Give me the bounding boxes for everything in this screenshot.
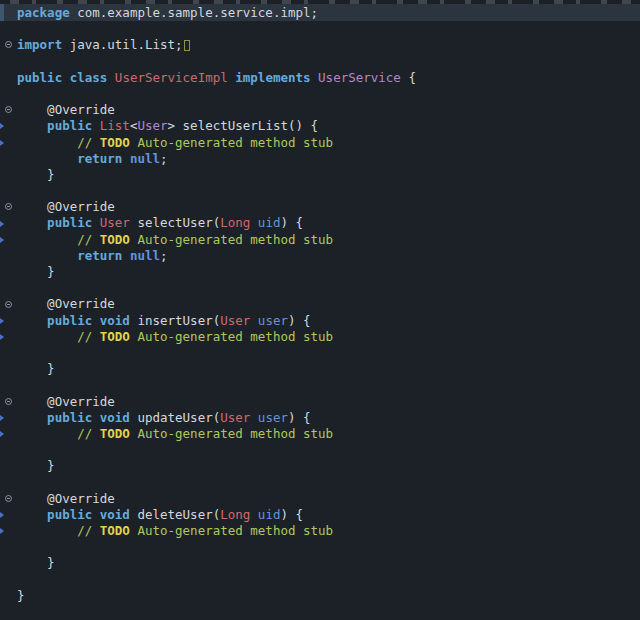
code-line[interactable]: } xyxy=(0,458,640,474)
code-token[interactable]: TODO xyxy=(100,232,130,247)
code-line[interactable] xyxy=(0,572,640,588)
code-token[interactable]: public xyxy=(47,313,92,328)
code-token[interactable] xyxy=(250,410,258,425)
code-token[interactable] xyxy=(62,70,70,85)
code-token[interactable]: Auto-generated method stub xyxy=(130,329,333,344)
code-token[interactable]: Long xyxy=(220,215,250,230)
code-line[interactable] xyxy=(0,345,640,361)
code-editor[interactable]: package com.example.sample.service.impl;… xyxy=(0,0,640,620)
code-token[interactable]: UserService xyxy=(318,70,401,85)
code-token[interactable]: } xyxy=(17,555,55,570)
code-token[interactable] xyxy=(92,118,100,133)
code-token[interactable]: User xyxy=(137,118,167,133)
code-token[interactable]: TODO xyxy=(100,426,130,441)
code-token[interactable]: implements xyxy=(235,70,310,85)
code-line[interactable]: @Override xyxy=(0,199,640,215)
code-line[interactable]: @Override xyxy=(0,394,640,410)
code-line[interactable] xyxy=(0,21,640,37)
code-line[interactable]: } xyxy=(0,555,640,571)
code-token[interactable] xyxy=(92,313,100,328)
code-line[interactable]: } xyxy=(0,588,640,604)
code-token[interactable]: public xyxy=(47,118,92,133)
code-token[interactable] xyxy=(122,248,130,263)
code-token[interactable]: package xyxy=(17,5,70,20)
code-line[interactable] xyxy=(0,474,640,490)
code-token[interactable] xyxy=(17,118,47,133)
code-token[interactable]: TODO xyxy=(100,135,130,150)
code-line[interactable]: public List<User> selectUserList() { xyxy=(0,118,640,134)
code-token[interactable]: User xyxy=(220,313,250,328)
code-token[interactable]: null xyxy=(130,248,160,263)
code-token[interactable]: Auto-generated method stub xyxy=(130,523,333,538)
code-token[interactable]: public xyxy=(47,410,92,425)
code-line[interactable]: public void insertUser(User user) { xyxy=(0,313,640,329)
code-token[interactable]: // xyxy=(17,329,100,344)
code-token[interactable]: } xyxy=(17,361,55,376)
code-token[interactable]: uid xyxy=(258,507,281,522)
code-line[interactable]: package com.example.sample.service.impl; xyxy=(0,5,640,21)
code-token[interactable] xyxy=(311,70,319,85)
code-token[interactable] xyxy=(17,102,47,117)
code-token[interactable]: uid xyxy=(258,215,281,230)
code-token[interactable]: User xyxy=(220,410,250,425)
code-token[interactable]: void xyxy=(100,410,130,425)
code-token[interactable]: UserServiceImpl xyxy=(115,70,228,85)
code-token[interactable]: // xyxy=(17,232,100,247)
code-token[interactable]: void xyxy=(100,313,130,328)
code-line[interactable] xyxy=(0,539,640,555)
code-line[interactable] xyxy=(0,377,640,393)
code-token[interactable]: void xyxy=(100,507,130,522)
code-line[interactable]: } xyxy=(0,264,640,280)
code-token[interactable] xyxy=(17,248,77,263)
code-line[interactable]: // TODO Auto-generated method stub xyxy=(0,135,640,151)
code-token[interactable] xyxy=(92,410,100,425)
fold-collapse-icon[interactable] xyxy=(5,495,12,502)
code-token[interactable]: @Override xyxy=(47,491,115,506)
code-token[interactable]: public xyxy=(17,70,62,85)
code-token[interactable]: null xyxy=(130,151,160,166)
code-token[interactable] xyxy=(17,296,47,311)
code-token[interactable]: } xyxy=(17,458,55,473)
code-line[interactable] xyxy=(0,86,640,102)
code-line[interactable]: public class UserServiceImpl implements … xyxy=(0,70,640,86)
code-token[interactable]: return xyxy=(77,248,122,263)
code-token[interactable]: List xyxy=(100,118,130,133)
code-token[interactable]: } xyxy=(17,167,55,182)
code-line[interactable] xyxy=(0,442,640,458)
code-token[interactable]: Auto-generated method stub xyxy=(130,426,333,441)
code-token[interactable]: class xyxy=(70,70,108,85)
code-token[interactable]: Long xyxy=(220,507,250,522)
code-token[interactable]: Auto-generated method stub xyxy=(130,135,333,150)
code-token[interactable]: TODO xyxy=(100,329,130,344)
code-token[interactable] xyxy=(17,410,47,425)
code-line[interactable]: public User selectUser(Long uid) { xyxy=(0,215,640,231)
code-token[interactable] xyxy=(17,199,47,214)
code-token[interactable]: ; xyxy=(160,248,168,263)
code-token[interactable]: selectUser( xyxy=(130,215,220,230)
code-token[interactable]: User xyxy=(100,215,130,230)
code-token[interactable] xyxy=(17,215,47,230)
code-token[interactable]: user xyxy=(258,410,288,425)
code-line[interactable]: public void updateUser(User user) { xyxy=(0,410,640,426)
code-token[interactable]: @Override xyxy=(47,296,115,311)
code-token[interactable]: user xyxy=(258,313,288,328)
fold-collapse-icon[interactable] xyxy=(5,301,12,308)
code-line[interactable]: // TODO Auto-generated method stub xyxy=(0,523,640,539)
code-line[interactable]: import java.util.List; xyxy=(0,37,640,53)
code-token[interactable] xyxy=(17,313,47,328)
code-token[interactable]: } xyxy=(17,264,55,279)
code-token[interactable]: updateUser( xyxy=(130,410,220,425)
code-token[interactable]: { xyxy=(401,70,416,85)
code-token[interactable]: com.example.sample.service.impl; xyxy=(70,5,318,20)
code-line[interactable]: @Override xyxy=(0,296,640,312)
code-token[interactable]: ) { xyxy=(280,507,303,522)
code-token[interactable]: > selectUserList() { xyxy=(168,118,319,133)
code-line[interactable]: // TODO Auto-generated method stub xyxy=(0,329,640,345)
code-token[interactable]: // xyxy=(17,523,100,538)
code-line[interactable]: @Override xyxy=(0,102,640,118)
code-token[interactable] xyxy=(92,507,100,522)
code-token[interactable] xyxy=(17,151,77,166)
code-token[interactable]: insertUser( xyxy=(130,313,220,328)
code-token[interactable]: @Override xyxy=(47,394,115,409)
code-line[interactable]: // TODO Auto-generated method stub xyxy=(0,232,640,248)
